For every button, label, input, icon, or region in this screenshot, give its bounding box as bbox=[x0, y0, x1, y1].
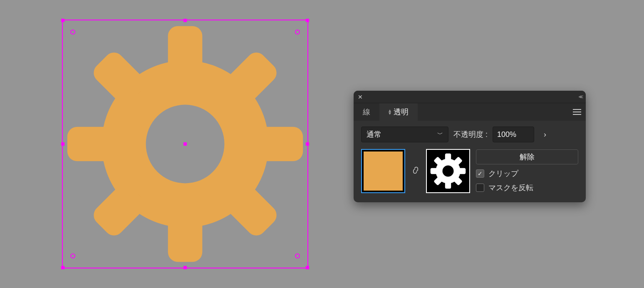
panel-tabs: 線 ▴▾ 透明 bbox=[354, 103, 586, 121]
mask-gear-icon bbox=[429, 152, 467, 190]
selection-handle[interactable] bbox=[306, 142, 309, 146]
rotation-handle[interactable] bbox=[295, 253, 300, 258]
menu-icon bbox=[573, 109, 581, 115]
center-point[interactable] bbox=[183, 142, 187, 146]
tab-stroke[interactable]: 線 bbox=[354, 103, 379, 121]
chevron-down-icon: ﹀ bbox=[437, 131, 443, 138]
opacity-label: 不透明度 : bbox=[453, 129, 488, 139]
svg-rect-13 bbox=[573, 114, 581, 115]
blend-opacity-row: 通常 ﹀ 不透明度 : 100% › bbox=[361, 127, 578, 142]
panel-menu-button[interactable] bbox=[568, 103, 586, 121]
opacity-flyout-button[interactable]: › bbox=[539, 127, 551, 142]
close-icon[interactable]: ✕ bbox=[358, 94, 363, 100]
selection-handle[interactable] bbox=[61, 19, 64, 22]
selection-handle[interactable] bbox=[306, 19, 309, 22]
panel-header[interactable]: ✕ << bbox=[354, 91, 586, 103]
clip-checkbox-row[interactable]: ✓ クリップ bbox=[476, 169, 578, 179]
blend-mode-value: 通常 bbox=[367, 129, 381, 139]
tab-transparency[interactable]: ▴▾ 透明 bbox=[379, 103, 418, 121]
tab-label: 透明 bbox=[394, 107, 409, 117]
blend-mode-dropdown[interactable]: 通常 ﹀ bbox=[361, 127, 448, 142]
selection-handle[interactable] bbox=[61, 142, 64, 146]
selection-handle[interactable] bbox=[61, 266, 64, 269]
svg-rect-19 bbox=[431, 168, 438, 174]
chain-link-icon bbox=[412, 166, 419, 175]
fill-swatch bbox=[364, 151, 403, 191]
svg-rect-11 bbox=[573, 109, 581, 110]
svg-rect-20 bbox=[458, 168, 466, 174]
chevron-right-icon: › bbox=[544, 130, 546, 139]
transparency-panel: ✕ << 線 ▴▾ 透明 通常 ﹀ 不透明度 : 100% bbox=[354, 91, 586, 202]
rotation-handle[interactable] bbox=[70, 253, 75, 258]
rotation-handle[interactable] bbox=[70, 30, 75, 35]
invert-label: マスクを反転 bbox=[488, 183, 533, 193]
invert-checkbox-row[interactable]: マスクを反転 bbox=[476, 183, 578, 193]
mask-row: 解除 ✓ クリップ マスクを反転 bbox=[361, 149, 578, 193]
selection-handle[interactable] bbox=[306, 266, 309, 269]
selection-bounding-box[interactable] bbox=[62, 20, 308, 268]
expand-tab-icon: ▴▾ bbox=[389, 109, 391, 115]
collapse-icon[interactable]: << bbox=[579, 94, 582, 100]
invert-checkbox[interactable] bbox=[476, 184, 484, 192]
object-thumbnail[interactable] bbox=[361, 149, 405, 193]
opacity-input[interactable]: 100% bbox=[493, 127, 534, 142]
tab-label: 線 bbox=[363, 107, 370, 117]
clip-checkbox[interactable]: ✓ bbox=[476, 169, 484, 178]
svg-rect-18 bbox=[445, 181, 451, 189]
opacity-value: 100% bbox=[497, 130, 516, 139]
link-icon[interactable] bbox=[411, 166, 420, 177]
mask-thumbnail[interactable] bbox=[426, 149, 470, 193]
button-label: 解除 bbox=[520, 152, 535, 162]
clip-label: クリップ bbox=[488, 169, 518, 179]
svg-rect-17 bbox=[445, 154, 451, 161]
rotation-handle[interactable] bbox=[295, 30, 300, 35]
selection-handle[interactable] bbox=[183, 19, 187, 22]
selection-handle[interactable] bbox=[183, 266, 187, 269]
canvas-selection-group[interactable] bbox=[62, 20, 308, 268]
svg-rect-12 bbox=[573, 112, 581, 112]
release-mask-button[interactable]: 解除 bbox=[476, 149, 578, 164]
mask-controls: 解除 ✓ クリップ マスクを反転 bbox=[476, 149, 578, 193]
panel-body: 通常 ﹀ 不透明度 : 100% › bbox=[354, 121, 586, 202]
